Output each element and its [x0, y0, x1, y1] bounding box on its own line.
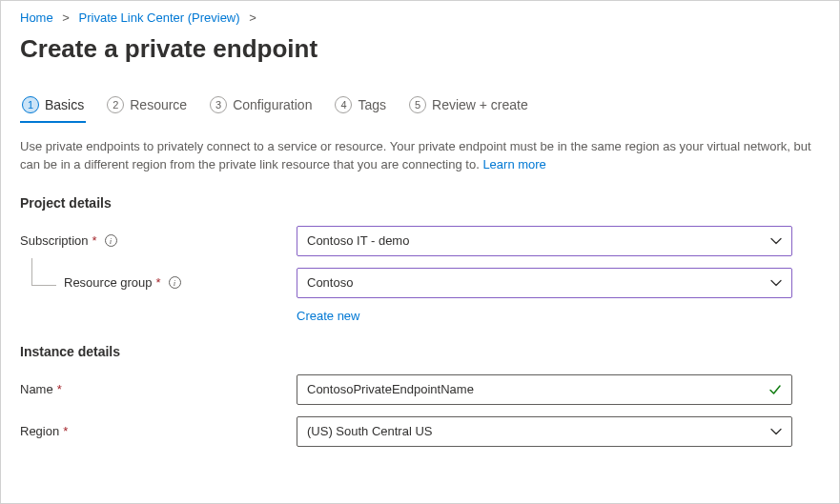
required-indicator: *: [92, 233, 97, 248]
label-region: Region *: [20, 424, 297, 438]
wizard-tabs: 1 Basics 2 Resource 3 Configuration 4 Ta…: [1, 91, 839, 123]
description-text: Use private endpoints to privately conne…: [20, 139, 811, 171]
required-indicator: *: [63, 424, 68, 438]
tab-tags[interactable]: 4 Tags: [333, 91, 388, 123]
info-icon[interactable]: i: [105, 234, 117, 247]
step-number: 4: [335, 96, 352, 113]
tab-configuration[interactable]: 3 Configuration: [208, 91, 314, 123]
step-number: 5: [409, 96, 426, 113]
breadcrumb-separator: >: [62, 10, 70, 25]
resource-group-select[interactable]: Contoso: [297, 268, 792, 298]
section-instance-details: Instance details: [1, 323, 839, 369]
tab-label: Configuration: [233, 97, 312, 112]
form-row-region: Region * (US) South Central US: [1, 411, 839, 453]
label-subscription: Subscription * i: [20, 233, 297, 248]
required-indicator: *: [156, 275, 161, 290]
breadcrumb-separator: >: [249, 10, 256, 25]
subscription-select[interactable]: Contoso IT - demo: [297, 226, 792, 256]
breadcrumb: Home > Private Link Center (Preview) >: [1, 1, 839, 30]
required-indicator: *: [57, 382, 62, 396]
create-new-link[interactable]: Create new: [297, 309, 359, 323]
name-input-wrapper: [297, 374, 792, 405]
tab-label: Basics: [45, 97, 84, 112]
section-project-details: Project details: [1, 174, 839, 220]
step-number: 1: [22, 96, 39, 113]
chevron-down-icon: [770, 277, 782, 289]
create-new-row: Create new: [1, 304, 839, 323]
tab-resource[interactable]: 2 Resource: [105, 91, 189, 123]
form-row-resource-group: Resource group * i Contoso: [1, 262, 839, 304]
tab-label: Tags: [358, 97, 386, 112]
step-number: 2: [107, 96, 124, 113]
select-value: (US) South Central US: [307, 424, 433, 438]
page-title: Create a private endpoint: [1, 30, 839, 91]
breadcrumb-home[interactable]: Home: [20, 10, 53, 25]
learn-more-link[interactable]: Learn more: [482, 157, 545, 171]
tab-review-create[interactable]: 5 Review + create: [407, 91, 530, 123]
select-value: Contoso IT - demo: [307, 233, 409, 248]
tab-basics[interactable]: 1 Basics: [20, 91, 86, 123]
check-icon: [768, 383, 782, 396]
info-icon[interactable]: i: [169, 276, 181, 289]
tab-label: Resource: [130, 97, 187, 112]
tab-label: Review + create: [432, 97, 528, 112]
form-row-name: Name *: [1, 369, 839, 411]
breadcrumb-private-link-center[interactable]: Private Link Center (Preview): [79, 10, 240, 25]
label-name: Name *: [20, 382, 297, 396]
label-resource-group: Resource group * i: [20, 275, 297, 290]
name-input[interactable]: [307, 375, 761, 404]
form-row-subscription: Subscription * i Contoso IT - demo: [1, 220, 839, 262]
tab-description: Use private endpoints to privately conne…: [1, 123, 839, 174]
select-value: Contoso: [307, 275, 353, 290]
step-number: 3: [210, 96, 227, 113]
chevron-down-icon: [770, 426, 782, 437]
chevron-down-icon: [770, 235, 782, 247]
region-select[interactable]: (US) South Central US: [297, 416, 792, 447]
